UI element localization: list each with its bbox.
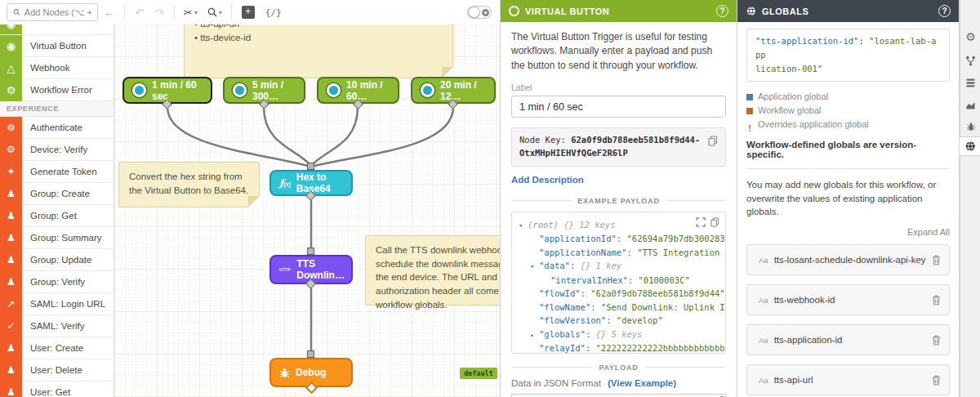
back-button[interactable]: ← (104, 7, 114, 19)
analytics-icon[interactable] (960, 95, 980, 114)
palette-item[interactable]: ⚙ Workflow Error (0, 79, 114, 101)
tree-toggle-icon[interactable]: ▸ (530, 328, 539, 342)
globals-panel: GLOBALS ? "tts-application-id": "losant-… (737, 0, 960, 397)
search-icon (13, 8, 20, 16)
help-icon[interactable]: ? (938, 5, 951, 17)
sticky-note-hex[interactable]: Convert the hex string from the Virtual … (118, 162, 260, 207)
global-variable-card[interactable]: Aa tts-losant-schedule-downlink-api-key (746, 244, 950, 275)
global-variable-card[interactable]: Aa tts-application-id (746, 324, 950, 355)
node-icon: ✓ (0, 315, 22, 337)
help-icon[interactable]: ? (716, 5, 728, 17)
palette-item-label: SAML: Login URL (30, 299, 105, 309)
palette-experience-items: ⊚ Authenticate ⚙ Device: Verify ✦ Genera… (0, 117, 114, 397)
expand-json-icon[interactable] (696, 217, 706, 227)
tree-toggle-icon[interactable]: ▾ (519, 219, 528, 233)
legend-swatch: ! (746, 122, 753, 128)
palette-item-partial[interactable]: ◉ (0, 25, 114, 35)
palette-item[interactable]: △ Webhook (0, 57, 114, 79)
input-port[interactable] (307, 350, 314, 358)
add-note-button[interactable]: + (242, 6, 255, 19)
add-nodes-search[interactable]: Add Nodes (⌥ + [) (7, 3, 98, 21)
palette-item[interactable]: ♟ User: Create (0, 337, 114, 359)
palette-item-label: Group: Verify (30, 277, 85, 287)
json-tree-row: "applicationId": "62694a79b7db3002831c84 (519, 232, 719, 246)
json-tree-row: "flowId": "62a0f9db788eeb581b8f9d44" (519, 287, 719, 301)
payload-json-editor[interactable]: { "intervalInHex": "0100003C" } (511, 394, 726, 397)
payload-divider: PAYLOAD (511, 364, 726, 372)
palette-item[interactable]: ♟ Group: Verify (0, 271, 114, 293)
panel-title: GLOBALS (762, 7, 938, 16)
input-port[interactable] (307, 248, 314, 255)
palette-item[interactable]: ♟ Group: Summary (0, 227, 114, 249)
palette-item[interactable]: ⚙ Device: Verify (0, 139, 114, 161)
settings-icon[interactable]: ⚙ (960, 27, 980, 47)
virtual-button-icon (132, 83, 146, 97)
redo-button[interactable]: ↷ (155, 7, 164, 19)
payload-braces-button[interactable]: {/} (265, 7, 282, 18)
node-label: 1 min / 60 sec (152, 79, 203, 102)
node-icon: ♟ (0, 381, 22, 397)
global-variable-card[interactable]: Aa tts-webhook-id (746, 284, 950, 315)
version-note: Workflow-defined globals are version-spe… (746, 140, 950, 159)
legend-row: Application global (746, 90, 950, 104)
virtual-button-icon (421, 83, 434, 97)
trash-icon[interactable] (932, 335, 941, 346)
virtual-button-config-panel: VIRTUAL BUTTON ? The Virtual Button Trig… (500, 0, 737, 397)
label-input[interactable] (511, 96, 726, 118)
sticky-note-tts[interactable]: Call the TTS downlink webhook to schedul… (365, 235, 500, 306)
debug-toggle[interactable] (467, 6, 492, 19)
palette-item[interactable]: ◉ Virtual Button (0, 35, 114, 57)
example-payload-tree[interactable]: ▾(root) {} 12 keys "applicationId": "626… (511, 212, 726, 354)
json-tree-row: "intervalInHex": "0100003C" (519, 274, 719, 288)
node-icon: ⊚ (0, 117, 22, 139)
palette-item[interactable]: ✦ Generate Token (0, 161, 114, 183)
node-icon: ✦ (0, 161, 22, 183)
sticky-note-globals-list[interactable]: tts-api-urltts-device-id (184, 25, 453, 78)
palette-item[interactable]: ♟ User: Delete (0, 359, 114, 381)
copy-icon[interactable] (708, 136, 718, 146)
trash-icon[interactable] (932, 375, 941, 386)
json-tree-row: ▾(root) {} 12 keys (519, 218, 719, 233)
palette-item[interactable]: ↗ SAML: Login URL (0, 293, 114, 315)
add-description-link[interactable]: Add Description (511, 175, 584, 185)
copy-icon[interactable] (710, 217, 719, 227)
palette-item-label: Generate Token (30, 167, 97, 176)
palette-item-label: Group: Update (30, 255, 91, 265)
palette-item[interactable]: ♟ Group: Update (0, 249, 114, 271)
palette-item[interactable]: ⊚ Authenticate (0, 117, 114, 139)
note-bullet-list: tts-api-urltts-device-id (194, 25, 443, 44)
palette-item[interactable]: ♟ User: Get (0, 381, 114, 397)
zoom-tool-dropdown[interactable]: ▾ (207, 7, 222, 17)
debug-log-icon[interactable] (960, 117, 980, 136)
data-storage-icon[interactable] (960, 73, 980, 92)
globals-tab-icon[interactable] (960, 136, 980, 156)
versions-icon[interactable] (960, 51, 980, 70)
palette-item-label: User: Create (30, 343, 83, 353)
tree-toggle-icon[interactable]: ▾ (530, 260, 539, 274)
example-payload-divider: EXAMPLE PAYLOAD (511, 197, 726, 205)
panel-title: VIRTUAL BUTTON (525, 7, 716, 16)
palette-item[interactable]: ✓ SAML: Verify (0, 315, 114, 337)
global-variable-card[interactable]: Aa tts-api-url (746, 364, 950, 395)
losant-workflow-editor: tts-api-urltts-device-id 1 min / 60 sec … (0, 0, 980, 397)
cut-tool-dropdown[interactable]: ✂ ▾ (184, 7, 198, 19)
undo-button[interactable]: ↶ (135, 7, 144, 19)
legend-swatch (746, 108, 753, 114)
expand-all-link[interactable]: Expand All (746, 227, 950, 237)
json-tree-row: "flowName": "Send Downlink: Uplink Inter (519, 301, 719, 314)
node-label: 5 min / 300… (252, 79, 296, 102)
trash-icon[interactable] (932, 255, 941, 265)
trash-icon[interactable] (932, 295, 941, 306)
palette-section-experience: EXPERIENCE (0, 101, 114, 117)
node-icon: ⚙ (0, 79, 22, 101)
node-key-box: Node Key: 62a0f9db788eeb581b8f9d44-OtxMH… (511, 127, 726, 167)
globals-json-preview[interactable]: "tts-application-id": "losant-lab-app li… (746, 29, 950, 82)
palette-item[interactable]: ♟ Group: Create (0, 183, 114, 205)
palette-item[interactable]: ♟ Group: Get (0, 205, 114, 227)
json-tree-row: ▾"data": {} 1 key (519, 259, 719, 274)
input-port[interactable] (307, 163, 314, 170)
view-example-link[interactable]: (View Example) (608, 378, 676, 388)
workflow-canvas[interactable]: tts-api-urltts-device-id 1 min / 60 sec … (114, 25, 500, 397)
node-icon: ↗ (0, 293, 22, 315)
json-tree-row: "applicationName": "TTS Integration - Ho (519, 246, 719, 260)
